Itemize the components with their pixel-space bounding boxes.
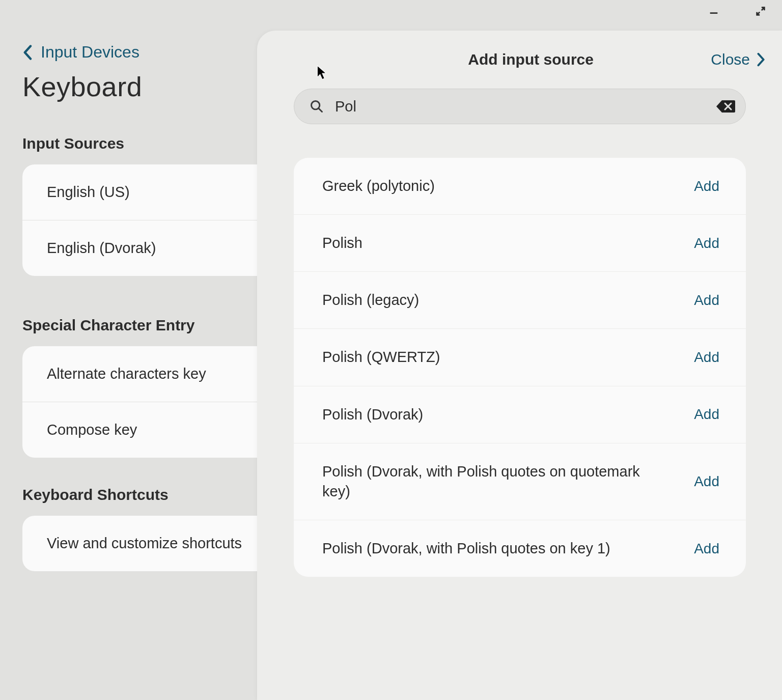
add-button[interactable]: Add (694, 235, 719, 251)
search-field-container (294, 89, 746, 124)
clear-search-button[interactable] (716, 99, 735, 114)
list-item-label: View and customize shortcuts (47, 535, 242, 551)
close-button[interactable]: Close (711, 51, 765, 68)
add-input-source-panel: Add input source Close (257, 31, 782, 700)
maximize-button[interactable] (749, 0, 772, 22)
add-button[interactable]: Add (694, 473, 719, 490)
result-row: Polish (Dvorak, with Polish quotes on ke… (294, 520, 746, 577)
result-label: Polish (Dvorak) (322, 405, 423, 425)
search-icon (310, 99, 324, 114)
result-row: Greek (polytonic)Add (294, 158, 746, 215)
back-label: Input Devices (41, 43, 139, 62)
chevron-left-icon (22, 45, 34, 60)
add-button[interactable]: Add (694, 349, 719, 366)
search-results-list: Greek (polytonic)AddPolishAddPolish (leg… (294, 158, 746, 577)
list-item-label: Compose key (47, 422, 137, 438)
result-row: Polish (Dvorak)Add (294, 386, 746, 443)
result-label: Polish (QWERTZ) (322, 347, 440, 367)
add-button[interactable]: Add (694, 541, 719, 557)
panel-title: Add input source (468, 51, 594, 68)
list-item-label: Alternate characters key (47, 366, 206, 382)
result-label: Greek (polytonic) (322, 176, 435, 196)
minimize-button[interactable] (703, 0, 725, 22)
list-item-label: English (Dvorak) (47, 240, 156, 256)
result-row: Polish (Dvorak, with Polish quotes on qu… (294, 443, 746, 520)
close-label: Close (711, 51, 750, 68)
panel-header: Add input source Close (257, 31, 782, 89)
backspace-icon (716, 99, 735, 114)
svg-line-4 (319, 108, 322, 112)
result-label: Polish (Dvorak, with Polish quotes on ke… (322, 539, 610, 558)
add-button[interactable]: Add (694, 292, 719, 309)
result-label: Polish (Dvorak, with Polish quotes on qu… (322, 462, 658, 501)
list-item-label: English (US) (47, 184, 130, 200)
result-row: PolishAdd (294, 215, 746, 272)
result-label: Polish (322, 233, 362, 253)
chevron-right-icon (756, 52, 765, 67)
result-label: Polish (legacy) (322, 290, 419, 310)
add-button[interactable]: Add (694, 178, 719, 194)
search-input[interactable] (324, 98, 716, 115)
window-titlebar (0, 0, 782, 31)
add-button[interactable]: Add (694, 406, 719, 423)
result-row: Polish (QWERTZ)Add (294, 329, 746, 386)
result-row: Polish (legacy)Add (294, 272, 746, 329)
